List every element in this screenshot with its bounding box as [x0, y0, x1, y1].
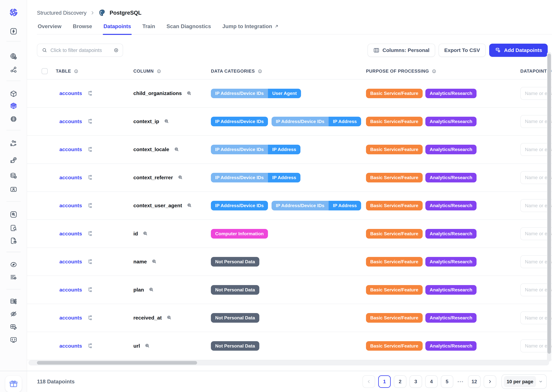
- data-category-tag[interactable]: Not Personal Data: [211, 257, 259, 266]
- zoom-content-icon[interactable]: [151, 259, 158, 265]
- purpose-tag[interactable]: Analytics/Research: [425, 257, 477, 266]
- sidebar-item-id-card[interactable]: [10, 185, 17, 193]
- pagination-page-12[interactable]: 12: [468, 375, 480, 388]
- sidebar-item-list-sparkle[interactable]: [10, 273, 17, 281]
- info-icon[interactable]: [73, 69, 79, 74]
- sidebar-item-compass[interactable]: [10, 261, 17, 268]
- purpose-tag[interactable]: Basic Service/Feature: [366, 89, 423, 98]
- zoom-content-icon[interactable]: [186, 202, 193, 209]
- sidebar-item-zoom-plus-square[interactable]: [10, 210, 17, 218]
- purpose-tag[interactable]: Basic Service/Feature: [366, 257, 423, 266]
- purpose-tag[interactable]: Basic Service/Feature: [366, 201, 423, 210]
- table-name-link[interactable]: accounts: [59, 287, 82, 293]
- data-category-tag[interactable]: IP Address/Device IDs: [211, 117, 268, 126]
- data-category-tag[interactable]: IP Address/Device IDsIP Address: [211, 173, 300, 182]
- purpose-tag[interactable]: Analytics/Research: [425, 341, 477, 351]
- tab-train[interactable]: Train: [142, 22, 156, 34]
- pagination-page-4[interactable]: 4: [425, 375, 438, 388]
- info-icon[interactable]: [431, 69, 437, 74]
- data-category-tag[interactable]: IP Address/Device IDsIP Address: [272, 201, 361, 210]
- purpose-tag[interactable]: Analytics/Research: [425, 285, 477, 295]
- sidebar-item-thumbs-up-check[interactable]: [10, 156, 17, 164]
- tab-browse[interactable]: Browse: [72, 22, 93, 34]
- filter-datapoints-box[interactable]: [37, 44, 123, 57]
- tab-overview[interactable]: Overview: [37, 22, 62, 34]
- data-category-tag[interactable]: Not Personal Data: [211, 313, 259, 323]
- sidebar-item-globe-sphere[interactable]: [10, 115, 17, 123]
- export-csv-button[interactable]: Export To CSV: [439, 44, 486, 57]
- purpose-tag[interactable]: Basic Service/Feature: [366, 285, 423, 295]
- data-category-tag[interactable]: Not Personal Data: [211, 285, 259, 295]
- table-name-link[interactable]: accounts: [59, 343, 82, 349]
- info-icon[interactable]: [156, 69, 162, 74]
- table-name-link[interactable]: accounts: [59, 203, 82, 209]
- sidebar-item-database-check[interactable]: [10, 172, 17, 180]
- sidebar-item-zap[interactable]: [10, 28, 17, 35]
- purpose-tag[interactable]: Basic Service/Feature: [366, 341, 423, 351]
- select-all-checkbox[interactable]: [42, 68, 48, 74]
- pagination-page-5[interactable]: 5: [441, 375, 453, 388]
- pagination-prev-button[interactable]: [363, 375, 375, 388]
- sidebar-item-brand-logo[interactable]: [10, 8, 17, 16]
- add-datapoints-button[interactable]: Add Datapoints: [489, 44, 548, 57]
- sidebar-item-share-nodes[interactable]: [10, 66, 17, 73]
- zoom-content-icon[interactable]: [166, 315, 173, 321]
- breadcrumb-section[interactable]: Structured Discovery: [37, 10, 86, 16]
- purpose-tag[interactable]: Analytics/Research: [425, 173, 477, 182]
- table-name-link[interactable]: accounts: [59, 231, 82, 237]
- sidebar-item-document-question[interactable]: [10, 237, 17, 245]
- tab-jump-to-integration[interactable]: Jump to Integration: [222, 22, 280, 34]
- gift-button[interactable]: [5, 376, 22, 392]
- zoom-content-icon[interactable]: [186, 90, 192, 97]
- table-name-link[interactable]: accounts: [59, 259, 82, 265]
- data-category-tag[interactable]: Not Personal Data: [211, 341, 259, 351]
- zoom-content-icon[interactable]: [144, 343, 151, 349]
- page-size-select[interactable]: 10 per page: [501, 374, 547, 389]
- purpose-tag[interactable]: Analytics/Research: [425, 145, 477, 154]
- table-name-link[interactable]: accounts: [59, 147, 82, 153]
- filter-datapoints-input[interactable]: [51, 48, 110, 53]
- sidebar-item-rubik-cube[interactable]: [10, 102, 17, 110]
- table-name-link[interactable]: accounts: [59, 91, 82, 96]
- pagination-next-button[interactable]: [484, 375, 496, 388]
- table-name-link[interactable]: accounts: [59, 315, 82, 321]
- sidebar-item-cube[interactable]: [10, 90, 17, 98]
- info-icon[interactable]: [257, 69, 263, 74]
- vertical-scrollbar-thumb[interactable]: [547, 54, 551, 354]
- data-category-tag[interactable]: IP Address/Device IDsUser Agent: [211, 89, 301, 98]
- add-filter-icon[interactable]: [113, 47, 119, 53]
- zoom-content-icon[interactable]: [163, 118, 170, 125]
- purpose-tag[interactable]: Analytics/Research: [425, 201, 477, 210]
- purpose-tag[interactable]: Basic Service/Feature: [366, 145, 423, 154]
- purpose-tag[interactable]: Basic Service/Feature: [366, 173, 423, 182]
- data-category-tag[interactable]: Computer Information: [211, 229, 268, 238]
- tab-datapoints[interactable]: Datapoints: [103, 22, 132, 34]
- sidebar-item-eye-off[interactable]: [10, 310, 17, 318]
- pagination-page-3[interactable]: 3: [410, 375, 422, 388]
- purpose-tag[interactable]: Analytics/Research: [425, 313, 477, 323]
- zoom-content-icon[interactable]: [177, 175, 184, 181]
- table-name-link[interactable]: accounts: [59, 119, 82, 125]
- sidebar-item-database-tree[interactable]: [10, 298, 17, 305]
- zoom-content-icon[interactable]: [148, 287, 155, 293]
- pagination-page-2[interactable]: 2: [394, 375, 406, 388]
- pagination-page-1[interactable]: 1: [378, 375, 391, 388]
- zoom-content-icon[interactable]: [174, 147, 180, 153]
- table-name-link[interactable]: accounts: [59, 175, 82, 181]
- purpose-tag[interactable]: Basic Service/Feature: [366, 229, 423, 238]
- purpose-tag[interactable]: Basic Service/Feature: [366, 313, 423, 323]
- purpose-tag[interactable]: Analytics/Research: [425, 117, 477, 126]
- data-category-tag[interactable]: IP Address/Device IDs: [211, 201, 268, 210]
- data-category-tag[interactable]: IP Address/Device IDsIP Address: [272, 117, 361, 126]
- data-category-tag[interactable]: IP Address/Device IDsIP Address: [211, 145, 300, 154]
- sidebar-item-hand-gems[interactable]: [10, 140, 17, 147]
- tab-scan-diagnostics[interactable]: Scan Diagnostics: [166, 22, 212, 34]
- purpose-tag[interactable]: Analytics/Research: [425, 89, 477, 98]
- sidebar-item-globe-cube[interactable]: [10, 53, 17, 60]
- sidebar-item-document-search[interactable]: [10, 224, 17, 232]
- purpose-tag[interactable]: Analytics/Research: [425, 229, 477, 238]
- purpose-tag[interactable]: Basic Service/Feature: [366, 117, 423, 126]
- horizontal-scrollbar-thumb[interactable]: [37, 361, 197, 364]
- sidebar-item-monitor-code[interactable]: [10, 336, 17, 344]
- zoom-content-icon[interactable]: [142, 231, 149, 237]
